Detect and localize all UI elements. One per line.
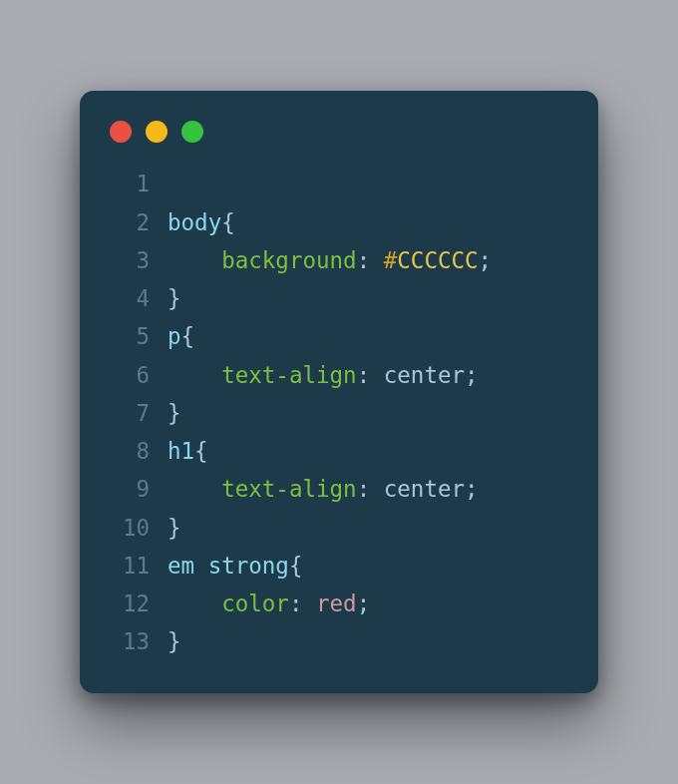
line-number: 10	[108, 509, 168, 547]
code-line[interactable]: 6 text-align: center;	[108, 356, 570, 394]
code-line[interactable]: 1	[108, 165, 570, 202]
code-line[interactable]: 5p{	[108, 317, 570, 355]
code-line[interactable]: 11em strong{	[108, 547, 570, 585]
line-content: color: red;	[168, 585, 570, 622]
code-line[interactable]: 12 color: red;	[108, 585, 570, 622]
code-area[interactable]: 12body{3 background: #CCCCCC;4}5p{6 text…	[108, 165, 570, 660]
line-content: h1{	[168, 432, 570, 470]
line-content: }	[168, 394, 570, 432]
line-content: text-align: center;	[168, 470, 570, 508]
line-number: 7	[108, 394, 168, 432]
code-line[interactable]: 13}	[108, 622, 570, 660]
line-content: }	[168, 509, 570, 547]
line-content	[168, 165, 570, 202]
window-controls	[108, 115, 570, 165]
minimize-icon[interactable]	[146, 121, 168, 143]
code-line[interactable]: 4}	[108, 279, 570, 317]
line-number: 6	[108, 356, 168, 394]
line-content: em strong{	[168, 547, 570, 585]
close-icon[interactable]	[110, 121, 132, 143]
code-line[interactable]: 9 text-align: center;	[108, 470, 570, 508]
code-line[interactable]: 10}	[108, 509, 570, 547]
line-content: }	[168, 622, 570, 660]
code-line[interactable]: 8h1{	[108, 432, 570, 470]
code-line[interactable]: 7}	[108, 394, 570, 432]
editor-window: 12body{3 background: #CCCCCC;4}5p{6 text…	[80, 91, 598, 692]
line-number: 2	[108, 203, 168, 241]
line-number: 9	[108, 470, 168, 508]
line-number: 8	[108, 432, 168, 470]
line-number: 13	[108, 622, 168, 660]
line-content: p{	[168, 317, 570, 355]
line-content: }	[168, 279, 570, 317]
line-content: text-align: center;	[168, 356, 570, 394]
code-line[interactable]: 3 background: #CCCCCC;	[108, 241, 570, 279]
zoom-icon[interactable]	[181, 121, 203, 143]
line-content: body{	[168, 203, 570, 241]
line-number: 3	[108, 241, 168, 279]
line-content: background: #CCCCCC;	[168, 241, 570, 279]
line-number: 11	[108, 547, 168, 585]
line-number: 1	[108, 165, 168, 202]
line-number: 5	[108, 317, 168, 355]
code-line[interactable]: 2body{	[108, 203, 570, 241]
line-number: 12	[108, 585, 168, 622]
line-number: 4	[108, 279, 168, 317]
